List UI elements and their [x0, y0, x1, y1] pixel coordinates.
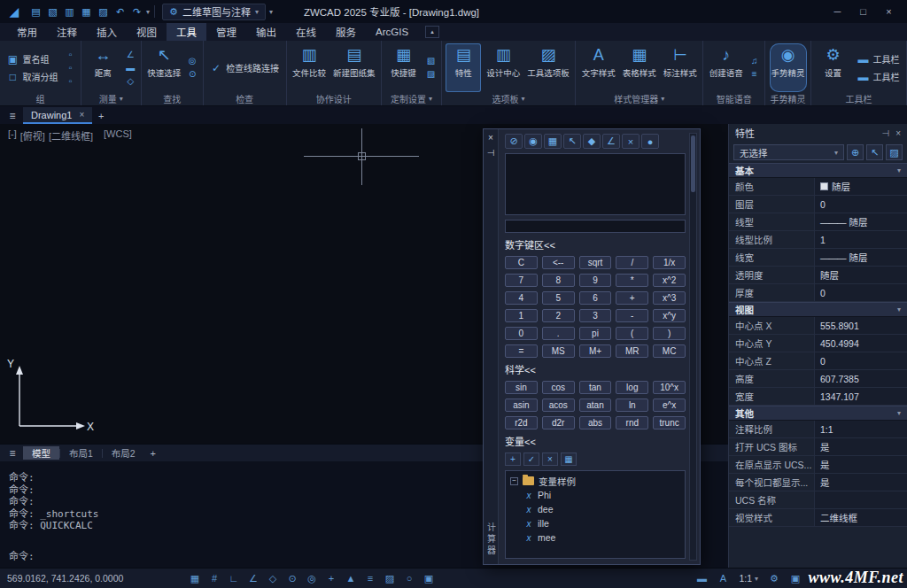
- open-file-icon[interactable]: ▧: [44, 4, 61, 19]
- group-mini-icon-1[interactable]: ▫: [64, 50, 76, 60]
- calc-history-display[interactable]: [505, 153, 686, 215]
- dim-style-button[interactable]: ⊢标注样式: [662, 43, 699, 92]
- ribbon-group-label-style-manager[interactable]: 样式管理器▾: [579, 92, 699, 105]
- calc-key[interactable]: cos: [542, 381, 575, 394]
- transparency-toggle[interactable]: ▨: [381, 571, 399, 586]
- select-objects-icon[interactable]: ↖: [866, 144, 883, 160]
- customization-mini-icon-2[interactable]: ▨: [424, 69, 437, 80]
- variable-item[interactable]: xille: [510, 516, 680, 530]
- isometric-toggle[interactable]: ◇: [264, 571, 282, 586]
- variable-item[interactable]: xmee: [510, 530, 680, 545]
- property-value[interactable]: 是: [815, 456, 907, 473]
- ribbon-tab-home[interactable]: 常用: [7, 23, 47, 41]
- clear-history-icon[interactable]: ◉: [524, 134, 542, 149]
- display-settings-icon[interactable]: ▣: [787, 571, 804, 586]
- paste-to-command-icon[interactable]: ▦: [544, 134, 562, 149]
- variable-folder-row[interactable]: −变量样例: [510, 474, 680, 488]
- calc-key[interactable]: sqrt: [579, 256, 612, 269]
- quick-select-button[interactable]: ↖快速选择: [145, 43, 182, 92]
- property-value[interactable]: [815, 491, 907, 508]
- calc-key[interactable]: d2r: [542, 416, 575, 429]
- calc-key[interactable]: sin: [505, 381, 538, 394]
- delete-variable-icon[interactable]: ×: [542, 453, 558, 466]
- ribbon-group-label-measure[interactable]: 测量▾: [85, 92, 137, 105]
- clear-icon[interactable]: ⊘: [505, 134, 523, 149]
- collapse-icon[interactable]: −: [510, 477, 518, 485]
- calc-key[interactable]: -: [616, 309, 648, 322]
- close-icon[interactable]: ×: [79, 110, 84, 120]
- properties-button[interactable]: ▤特性: [446, 43, 481, 92]
- check-circuit-button[interactable]: ✓检查线路连接: [207, 60, 282, 75]
- get-coordinates-icon[interactable]: ↖: [563, 134, 581, 149]
- calc-key[interactable]: tan: [579, 381, 612, 394]
- qat-more-icon[interactable]: ▾: [269, 8, 273, 16]
- close-icon[interactable]: ×: [895, 128, 901, 138]
- calc-key[interactable]: ln: [616, 398, 648, 412]
- menu-icon[interactable]: ≡: [2, 107, 23, 124]
- distance-between-points-icon[interactable]: ◆: [583, 134, 601, 149]
- annotation-scale-control[interactable]: 1:1▾: [735, 573, 762, 584]
- toolbar-button-b[interactable]: ▬工具栏: [855, 69, 903, 84]
- calc-key[interactable]: x^3: [653, 291, 686, 305]
- measure-mini-icon-3[interactable]: ◇: [124, 76, 136, 87]
- ribbon-tab-output[interactable]: 输出: [246, 23, 286, 41]
- edit-variable-icon[interactable]: ✓: [523, 453, 539, 466]
- gesture-sprite-button[interactable]: ◉手势精灵: [770, 43, 807, 92]
- scrollbar[interactable]: [689, 133, 697, 561]
- calc-key[interactable]: trunc: [653, 416, 686, 429]
- property-value[interactable]: 1: [815, 231, 907, 248]
- group-mini-icon-2[interactable]: ▫: [64, 63, 76, 74]
- cycling-toggle[interactable]: ○: [400, 571, 418, 586]
- calc-key[interactable]: 4: [505, 291, 538, 305]
- layout-tab-layout2[interactable]: 布局2: [103, 446, 144, 460]
- property-value[interactable]: ———随层: [815, 213, 907, 230]
- property-value[interactable]: 随层: [815, 178, 907, 195]
- new-sheet-set-button[interactable]: ▤新建图纸集: [331, 43, 377, 92]
- layout-menu-icon[interactable]: ≡: [2, 445, 23, 461]
- group-mini-icon-3[interactable]: ▫: [64, 76, 76, 87]
- dyn-toggle[interactable]: ▲: [342, 571, 360, 586]
- calc-key[interactable]: r2d: [505, 416, 538, 429]
- calc-key[interactable]: rnd: [616, 416, 648, 429]
- property-value[interactable]: 随层: [815, 267, 907, 283]
- calc-key[interactable]: 1: [505, 309, 538, 322]
- undo-icon[interactable]: ↶: [112, 4, 128, 19]
- variable-item[interactable]: xdee: [510, 502, 680, 516]
- close-icon[interactable]: ×: [485, 132, 497, 143]
- property-value[interactable]: 是: [815, 474, 907, 491]
- tool-palettes-button[interactable]: ▨工具选项板: [525, 43, 571, 92]
- find-mini-icon-2[interactable]: ⊙: [186, 69, 198, 80]
- calc-key[interactable]: 1/x: [653, 256, 686, 269]
- property-value[interactable]: ———随层: [815, 249, 907, 266]
- calc-key[interactable]: 10^x: [653, 381, 686, 394]
- property-value[interactable]: 二维线框: [815, 509, 907, 526]
- quick-properties-toggle[interactable]: ▣: [420, 571, 438, 586]
- calc-input-field[interactable]: [505, 220, 686, 233]
- scrollbar-thumb[interactable]: [691, 135, 695, 192]
- minimize-button[interactable]: ─: [825, 0, 850, 23]
- polar-toggle[interactable]: ∠: [244, 571, 262, 586]
- grid-toggle[interactable]: ▦: [186, 571, 204, 586]
- help-icon[interactable]: ●: [641, 134, 659, 149]
- lineweight-toggle[interactable]: ≡: [361, 571, 379, 586]
- viewport-menu-control[interactable]: [-]: [7, 128, 18, 143]
- auto-hide-icon[interactable]: ⊣: [881, 128, 889, 138]
- intersection-icon[interactable]: ×: [622, 134, 640, 149]
- property-value[interactable]: 450.4994: [815, 335, 907, 352]
- calc-key[interactable]: abs: [579, 416, 612, 429]
- ribbon-tab-annotate[interactable]: 注释: [47, 23, 87, 41]
- find-mini-icon-1[interactable]: ◎: [186, 56, 198, 66]
- section-header-view[interactable]: 视图▾: [729, 302, 907, 317]
- layout-tab-layout1[interactable]: 布局1: [60, 446, 102, 460]
- design-center-button[interactable]: ▥设计中心: [485, 43, 522, 92]
- scientific-section-header[interactable]: 科学<<: [505, 362, 686, 376]
- angle-of-line-icon[interactable]: ∠: [602, 134, 620, 149]
- calc-key[interactable]: 5: [542, 291, 575, 305]
- calc-key[interactable]: MS: [542, 344, 575, 358]
- maximize-button[interactable]: □: [850, 0, 876, 23]
- smart-voice-mini-icon-1[interactable]: ♫: [748, 56, 761, 66]
- redo-icon[interactable]: ↷: [128, 4, 145, 19]
- create-voice-button[interactable]: ♪创建语音: [708, 43, 745, 92]
- new-layout-button[interactable]: +: [144, 445, 162, 461]
- model-space-icon[interactable]: ▬: [693, 571, 710, 586]
